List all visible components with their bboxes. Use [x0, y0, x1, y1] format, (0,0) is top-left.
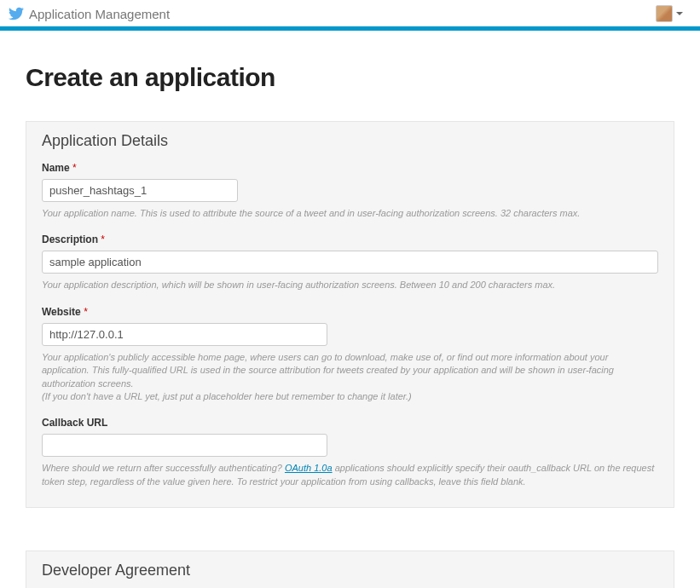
name-input[interactable]: [42, 179, 238, 202]
user-menu[interactable]: [656, 5, 683, 22]
callback-label: Callback URL: [42, 417, 658, 429]
oauth-link[interactable]: OAuth 1.0a: [285, 463, 333, 473]
nav-title[interactable]: Application Management: [29, 7, 170, 21]
nav-left: Application Management: [9, 6, 170, 21]
website-group: Website * Your application's publicly ac…: [42, 306, 658, 404]
website-help: Your application's publicly accessible h…: [42, 351, 658, 404]
website-help-line2: (If you don't have a URL yet, just put a…: [42, 391, 412, 401]
developer-agreement-panel: Developer Agreement Yes, I have read and…: [26, 551, 674, 588]
description-label: Description *: [42, 233, 658, 245]
avatar: [656, 5, 673, 22]
callback-group: Callback URL Where should we return afte…: [42, 417, 658, 488]
description-input[interactable]: [42, 251, 658, 274]
chevron-down-icon: [676, 12, 683, 15]
name-group: Name * Your application name. This is us…: [42, 162, 658, 220]
name-label: Name *: [42, 162, 658, 174]
panel-title: Application Details: [42, 132, 658, 150]
website-input[interactable]: [42, 323, 327, 346]
name-help: Your application name. This is used to a…: [42, 207, 658, 220]
callback-input[interactable]: [42, 434, 327, 457]
required-marker: *: [72, 162, 77, 174]
page-heading: Create an application: [26, 63, 674, 92]
name-label-text: Name: [42, 162, 70, 174]
description-help: Your application description, which will…: [42, 279, 658, 291]
required-marker: *: [84, 306, 88, 318]
website-help-line1: Your application's publicly accessible h…: [42, 352, 614, 389]
callback-help: Where should we return after successfull…: [42, 462, 658, 488]
description-group: Description * Your application descripti…: [42, 233, 658, 291]
website-label-text: Website: [42, 306, 81, 318]
top-nav: Application Management: [0, 0, 700, 26]
required-marker: *: [101, 233, 105, 245]
application-details-panel: Application Details Name * Your applicat…: [26, 121, 674, 508]
main-container: Create an application Application Detail…: [0, 31, 700, 588]
agreement-title: Developer Agreement: [42, 562, 658, 579]
callback-help-before: Where should we return after successfull…: [42, 463, 285, 473]
twitter-logo-icon[interactable]: [9, 6, 24, 21]
website-label: Website *: [42, 306, 658, 318]
description-label-text: Description: [42, 233, 98, 245]
